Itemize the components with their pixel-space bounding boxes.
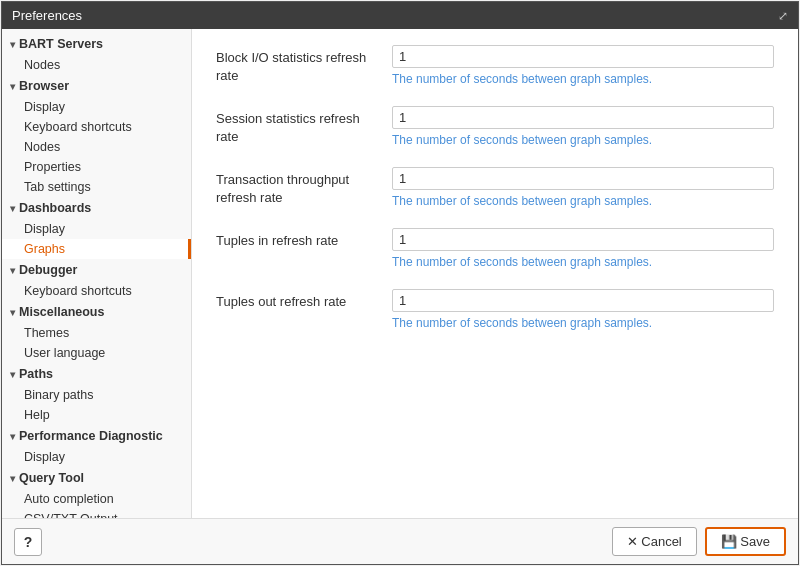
chevron-icon: ▾ [10,81,15,92]
dialog-titlebar: Preferences ⤢ [2,2,798,29]
dialog-body: ▾BART ServersNodes▾BrowserDisplayKeyboar… [2,29,798,518]
sidebar-group: ▾Performance DiagnosticDisplay [2,425,191,467]
setting-input-tuples-in[interactable] [392,228,774,251]
sidebar-group-label[interactable]: ▾Query Tool [2,467,191,489]
sidebar-item[interactable]: Tab settings [2,177,191,197]
group-name: BART Servers [19,37,103,51]
setting-hint: The number of seconds between graph samp… [392,194,774,208]
setting-input-session-stats[interactable] [392,106,774,129]
sidebar-item[interactable]: Display [2,97,191,117]
sidebar-group-label[interactable]: ▾Paths [2,363,191,385]
sidebar-item[interactable]: Auto completion [2,489,191,509]
dialog-footer: ? ✕ Cancel 💾 Save [2,518,798,564]
group-name: Paths [19,367,53,381]
sidebar-item[interactable]: Properties [2,157,191,177]
chevron-icon: ▾ [10,307,15,318]
sidebar-item[interactable]: User language [2,343,191,363]
sidebar-item[interactable]: CSV/TXT Output [2,509,191,518]
sidebar-group: ▾BART ServersNodes [2,33,191,75]
sidebar-item[interactable]: Nodes [2,137,191,157]
setting-hint: The number of seconds between graph samp… [392,72,774,86]
setting-hint: The number of seconds between graph samp… [392,255,774,269]
group-name: Query Tool [19,471,84,485]
group-name: Performance Diagnostic [19,429,163,443]
sidebar-group: ▾DashboardsDisplayGraphs [2,197,191,259]
main-content: Block I/O statistics refresh rateThe num… [192,29,798,518]
group-name: Dashboards [19,201,91,215]
chevron-icon: ▾ [10,473,15,484]
chevron-icon: ▾ [10,431,15,442]
setting-label: Block I/O statistics refresh rate [216,45,376,85]
sidebar-group: ▾DebuggerKeyboard shortcuts [2,259,191,301]
setting-row: Session statistics refresh rateThe numbe… [216,106,774,147]
group-name: Browser [19,79,69,93]
setting-row: Tuples in refresh rateThe number of seco… [216,228,774,269]
sidebar-item[interactable]: Binary paths [2,385,191,405]
setting-input-transaction-throughput[interactable] [392,167,774,190]
sidebar-group-label[interactable]: ▾BART Servers [2,33,191,55]
sidebar-item[interactable]: Display [2,219,191,239]
sidebar-item[interactable]: Keyboard shortcuts [2,281,191,301]
sidebar-item[interactable]: Help [2,405,191,425]
setting-label: Tuples out refresh rate [216,289,376,311]
setting-control: The number of seconds between graph samp… [392,167,774,208]
cancel-button[interactable]: ✕ Cancel [612,527,697,556]
chevron-icon: ▾ [10,39,15,50]
dialog-title: Preferences [12,8,82,23]
sidebar-group-label[interactable]: ▾Performance Diagnostic [2,425,191,447]
sidebar-group-label[interactable]: ▾Miscellaneous [2,301,191,323]
chevron-icon: ▾ [10,265,15,276]
sidebar-item[interactable]: Themes [2,323,191,343]
setting-label: Session statistics refresh rate [216,106,376,146]
preferences-dialog: Preferences ⤢ ▾BART ServersNodes▾Browser… [1,1,799,565]
footer-buttons: ✕ Cancel 💾 Save [612,527,786,556]
setting-control: The number of seconds between graph samp… [392,228,774,269]
group-name: Debugger [19,263,77,277]
chevron-icon: ▾ [10,369,15,380]
sidebar-group-label[interactable]: ▾Dashboards [2,197,191,219]
sidebar-item[interactable]: Graphs [2,239,191,259]
setting-hint: The number of seconds between graph samp… [392,133,774,147]
setting-row: Tuples out refresh rateThe number of sec… [216,289,774,330]
sidebar-group: ▾PathsBinary pathsHelp [2,363,191,425]
sidebar-group-label[interactable]: ▾Debugger [2,259,191,281]
setting-label: Tuples in refresh rate [216,228,376,250]
save-button[interactable]: 💾 Save [705,527,786,556]
sidebar-item[interactable]: Keyboard shortcuts [2,117,191,137]
setting-input-tuples-out[interactable] [392,289,774,312]
sidebar-group-label[interactable]: ▾Browser [2,75,191,97]
sidebar-item[interactable]: Display [2,447,191,467]
group-name: Miscellaneous [19,305,104,319]
help-button[interactable]: ? [14,528,42,556]
setting-label: Transaction throughput refresh rate [216,167,376,207]
setting-row: Block I/O statistics refresh rateThe num… [216,45,774,86]
chevron-icon: ▾ [10,203,15,214]
sidebar-group: ▾MiscellaneousThemesUser language [2,301,191,363]
setting-input-block-io[interactable] [392,45,774,68]
setting-hint: The number of seconds between graph samp… [392,316,774,330]
setting-control: The number of seconds between graph samp… [392,289,774,330]
setting-row: Transaction throughput refresh rateThe n… [216,167,774,208]
sidebar-group: ▾Query ToolAuto completionCSV/TXT Output… [2,467,191,518]
sidebar-group: ▾BrowserDisplayKeyboard shortcutsNodesPr… [2,75,191,197]
expand-icon[interactable]: ⤢ [778,9,788,23]
sidebar-item[interactable]: Nodes [2,55,191,75]
sidebar: ▾BART ServersNodes▾BrowserDisplayKeyboar… [2,29,192,518]
setting-control: The number of seconds between graph samp… [392,106,774,147]
setting-control: The number of seconds between graph samp… [392,45,774,86]
